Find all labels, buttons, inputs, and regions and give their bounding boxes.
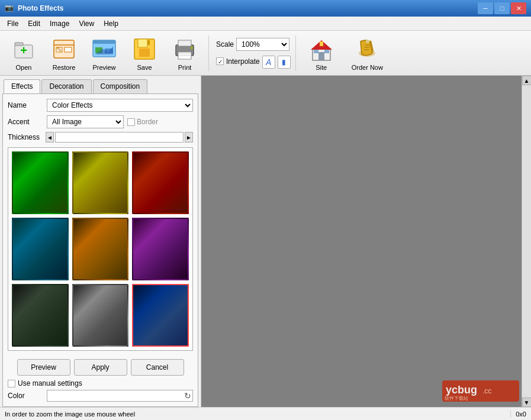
thickness-slider: ◄ ►: [46, 132, 193, 143]
name-row: Name Color Effects Blur Sharpen: [8, 99, 193, 112]
swatch-green[interactable]: [12, 151, 69, 214]
font-b-button[interactable]: ▮: [278, 56, 291, 69]
accent-select[interactable]: All Image Center Border: [47, 115, 124, 128]
open-icon: +: [10, 35, 37, 63]
tab-decoration[interactable]: Decoration: [41, 79, 91, 93]
svg-point-29: [366, 40, 369, 43]
menubar: File Edit Image View Help: [0, 17, 531, 31]
swatch-purple[interactable]: [132, 218, 189, 280]
manual-checkbox[interactable]: [8, 380, 15, 387]
svg-text:.cc: .cc: [482, 387, 491, 395]
print-button[interactable]: Print: [166, 33, 204, 74]
menu-edit[interactable]: Edit: [23, 18, 45, 29]
swatch-red[interactable]: [132, 151, 189, 214]
border-checkbox[interactable]: [127, 118, 135, 126]
close-button[interactable]: ✕: [511, 2, 526, 14]
scroll-down-arrow[interactable]: ▼: [522, 398, 532, 407]
swatches-grid: [8, 147, 193, 351]
print-label: Print: [178, 64, 192, 71]
app-title: Photo Effects: [18, 4, 478, 12]
order-button[interactable]: Order Now: [345, 33, 390, 73]
svg-rect-9: [93, 40, 115, 44]
interpolate-label: Interpolate: [226, 57, 260, 66]
effects-tab-content: Name Color Effects Blur Sharpen Accent A…: [2, 93, 198, 407]
menu-help[interactable]: Help: [99, 18, 123, 29]
color-row: Color ↻: [8, 390, 193, 402]
titlebar: 📷 Photo Effects ─ □ ✕: [0, 0, 531, 17]
app-icon: 📷: [5, 4, 14, 13]
preview-action-button[interactable]: Preview: [17, 359, 70, 376]
color-label: Color: [8, 392, 43, 400]
toolbar-separator-2: [295, 35, 296, 71]
tab-composition[interactable]: Composition: [93, 79, 148, 93]
open-button[interactable]: + Open: [5, 33, 43, 74]
swatch-yellow[interactable]: [72, 151, 129, 214]
menu-image[interactable]: Image: [45, 18, 74, 29]
svg-point-19: [191, 47, 193, 49]
menu-view[interactable]: View: [74, 18, 99, 29]
main-area: Effects Decoration Composition Name Colo…: [0, 76, 531, 407]
swatch-orange[interactable]: [72, 218, 129, 280]
accent-row: Accent All Image Center Border Border: [8, 115, 193, 128]
svg-rect-6: [65, 47, 72, 52]
preview-button[interactable]: Preview: [85, 33, 123, 74]
accent-label: Accent: [8, 118, 43, 126]
cancel-button[interactable]: Cancel: [131, 359, 184, 376]
canvas-area: ▲ ▼ ycbug .cc 软件下载站: [201, 76, 531, 407]
open-label: Open: [16, 64, 32, 71]
save-button[interactable]: Save: [125, 33, 163, 74]
watermark: ycbug .cc 软件下载站: [442, 380, 519, 403]
statusbar: In order to zoom the image use mouse whe…: [0, 407, 531, 420]
svg-rect-15: [147, 40, 150, 45]
order-icon: [353, 35, 381, 63]
thickness-label: Thickness: [8, 133, 43, 141]
maximize-button[interactable]: □: [494, 2, 510, 14]
swatch-blue[interactable]: [132, 284, 189, 347]
vertical-scrollbar[interactable]: ▲ ▼: [522, 76, 531, 407]
svg-text:+: +: [20, 44, 27, 57]
svg-rect-27: [320, 41, 323, 46]
save-icon: [131, 35, 158, 63]
border-label: Border: [137, 118, 158, 126]
minimize-button[interactable]: ─: [478, 2, 493, 14]
swatch-cyan[interactable]: [12, 218, 69, 280]
preview-label: Preview: [92, 64, 115, 71]
svg-rect-14: [139, 49, 150, 57]
color-refresh-icon[interactable]: ↻: [184, 391, 191, 400]
tab-effects[interactable]: Effects: [4, 79, 40, 93]
toolbar-scale-area: Scale 100% 50% 75% 150% 200% Interpolate…: [216, 38, 291, 69]
svg-text:ycbug: ycbug: [446, 384, 477, 396]
svg-rect-24: [318, 52, 324, 60]
status-coords: 0x0: [510, 411, 526, 418]
slider-track[interactable]: [55, 132, 184, 143]
manual-label: Use manual settings: [18, 379, 82, 387]
scale-select[interactable]: 100% 50% 75% 150% 200%: [236, 38, 289, 51]
left-panel: Effects Decoration Composition Name Colo…: [0, 76, 201, 407]
toolbar-font-icons: A ▮: [262, 56, 291, 69]
tabs-bar: Effects Decoration Composition: [0, 76, 201, 93]
interpolate-checkbox[interactable]: [216, 57, 224, 65]
svg-rect-26: [324, 50, 329, 53]
apply-button[interactable]: Apply: [74, 359, 127, 376]
svg-rect-17: [178, 40, 191, 46]
swatch-dark[interactable]: [12, 284, 69, 347]
scroll-up-arrow[interactable]: ▲: [522, 76, 532, 85]
site-button[interactable]: Site: [301, 33, 342, 73]
toolbar-separator-1: [208, 35, 209, 71]
color-input-box[interactable]: ↻: [47, 390, 193, 402]
slider-right-arrow[interactable]: ►: [185, 132, 193, 143]
name-label: Name: [8, 101, 43, 109]
swatch-gray[interactable]: [72, 284, 129, 347]
font-a-button[interactable]: A: [262, 56, 275, 69]
thickness-row: Thickness ◄ ►: [8, 132, 193, 143]
restore-button[interactable]: ✎ Restore: [45, 33, 83, 74]
window-controls: ─ □ ✕: [478, 2, 526, 14]
slider-left-arrow[interactable]: ◄: [46, 132, 54, 143]
menu-file[interactable]: File: [2, 18, 23, 29]
site-icon: [308, 35, 335, 63]
name-select[interactable]: Color Effects Blur Sharpen: [47, 99, 193, 112]
order-label: Order Now: [352, 64, 383, 71]
svg-rect-13: [138, 39, 147, 47]
status-message: In order to zoom the image use mouse whe…: [5, 411, 506, 418]
svg-text:✎: ✎: [56, 46, 62, 54]
